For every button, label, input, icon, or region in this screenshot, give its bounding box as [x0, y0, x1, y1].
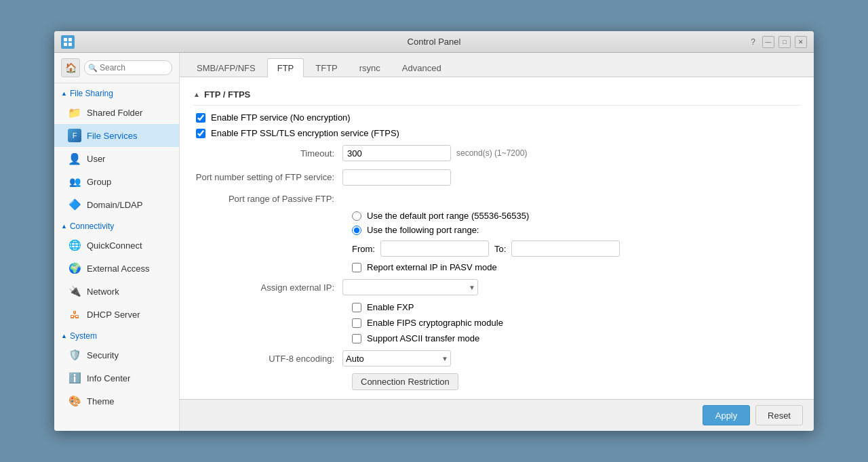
passive-ftp-label-row: Port range of Passive FTP: [193, 192, 800, 205]
enable-fips-label: Enable FIPS cryptographic module [367, 318, 503, 328]
ftp-port-label: Port number setting of FTP service: [193, 172, 342, 184]
enable-ftps-checkbox[interactable] [196, 129, 205, 138]
shared-folder-label: Shared Folder [87, 108, 142, 118]
file-sharing-label: File Sharing [70, 89, 113, 98]
info-center-label: Info Center [87, 373, 130, 383]
ftp-section-header[interactable]: ▲ FTP / FTPS [193, 84, 800, 106]
report-ip-row: Report external IP in PASV mode [193, 262, 800, 272]
network-icon: 🔌 [68, 285, 81, 298]
reset-button[interactable]: Reset [755, 405, 803, 425]
radio-custom-label: Use the following port range: [367, 225, 479, 235]
sidebar-item-quickconnect[interactable]: 🌐 QuickConnect [54, 234, 179, 257]
tab-smb-afp-nfs[interactable]: SMB/AFP/NFS [186, 58, 266, 77]
sidebar-item-file-services[interactable]: F File Services [54, 124, 179, 147]
from-port-input[interactable] [380, 240, 489, 257]
ftp-section-title: FTP / FTPS [204, 89, 250, 100]
from-label: From: [352, 244, 375, 254]
connection-restriction-wrapper: Connection Restriction [193, 373, 800, 390]
enable-fxp-row: Enable FXP [193, 302, 800, 312]
svg-rect-3 [68, 43, 72, 46]
svg-rect-0 [64, 38, 67, 41]
tab-ftp[interactable]: FTP [267, 58, 304, 77]
report-ip-checkbox[interactable] [352, 263, 361, 272]
home-button[interactable]: 🏠 [61, 58, 80, 77]
utf8-row: UTF-8 encoding: Auto On Off ▼ [193, 349, 800, 368]
quickconnect-label: QuickConnect [87, 240, 142, 251]
group-icon: 👥 [68, 175, 81, 188]
apply-button[interactable]: Apply [703, 405, 750, 425]
utf8-select-wrapper: Auto On Off ▼ [342, 350, 451, 366]
maximize-button[interactable]: □ [778, 36, 791, 48]
section-connectivity[interactable]: ▲ Connectivity [54, 216, 179, 234]
ftp-section: ▲ FTP / FTPS Enable FTP service (No encr… [180, 77, 814, 399]
ftp-port-input[interactable] [342, 169, 451, 186]
footer-bar: Apply Reset [180, 399, 814, 431]
enable-ftps-label: Enable FTP SSL/TLS encryption service (F… [211, 128, 399, 138]
assign-ip-label: Assign external IP: [193, 282, 342, 293]
system-label: System [70, 331, 97, 341]
sidebar-item-dhcp-server[interactable]: 🖧 DHCP Server [54, 303, 179, 326]
sidebar-item-user[interactable]: 👤 User [54, 147, 179, 170]
dhcp-icon: 🖧 [68, 308, 81, 321]
info-icon: ℹ️ [68, 371, 81, 385]
ascii-mode-row: Support ASCII transfer mode [193, 333, 800, 343]
titlebar-controls: ? — □ ✕ [751, 36, 807, 48]
assign-ip-select[interactable] [342, 279, 478, 295]
sidebar-item-shared-folder[interactable]: 📁 Shared Folder [54, 101, 179, 124]
external-access-label: External Access [87, 264, 150, 274]
external-access-icon: 🌍 [68, 261, 81, 275]
sidebar-home: 🏠 🔍 [54, 53, 179, 83]
theme-label: Theme [87, 396, 114, 406]
sidebar-item-external-access[interactable]: 🌍 External Access [54, 257, 179, 280]
window-body: 🏠 🔍 ▲ File Sharing 📁 Shared Folder F [54, 53, 814, 431]
enable-fxp-checkbox[interactable] [352, 303, 361, 312]
radio-custom-row: Use the following port range: [352, 225, 800, 235]
utf8-label: UTF-8 encoding: [193, 354, 342, 364]
collapse-arrow-system: ▲ [61, 333, 67, 339]
close-button[interactable]: ✕ [795, 36, 807, 48]
timeout-label: Timeout: [193, 148, 342, 159]
sidebar-item-theme[interactable]: 🎨 Theme [54, 390, 179, 413]
file-services-label: File Services [87, 131, 137, 141]
sidebar-item-network[interactable]: 🔌 Network [54, 280, 179, 303]
ascii-mode-checkbox[interactable] [352, 334, 361, 343]
connection-restriction-button[interactable]: Connection Restriction [352, 373, 458, 390]
radio-custom-port[interactable] [352, 226, 361, 235]
domain-icon: 🔷 [68, 198, 81, 211]
tab-advanced[interactable]: Advanced [392, 58, 452, 77]
tab-tftp[interactable]: TFTP [305, 58, 348, 77]
security-icon: 🛡️ [68, 348, 81, 362]
svg-rect-1 [68, 38, 72, 41]
timeout-input[interactable] [342, 145, 451, 161]
content-area: ▲ FTP / FTPS Enable FTP service (No encr… [180, 77, 814, 399]
help-icon[interactable]: ? [751, 37, 755, 47]
section-system[interactable]: ▲ System [54, 326, 179, 343]
tab-rsync[interactable]: rsync [349, 58, 391, 77]
radio-default-port[interactable] [352, 211, 361, 221]
ftp-collapse-icon: ▲ [193, 91, 200, 98]
sidebar-item-security[interactable]: 🛡️ Security [54, 343, 179, 366]
control-panel-window: Control Panel ? — □ ✕ 🏠 🔍 ▲ File Sharing [54, 31, 814, 431]
domain-ldap-label: Domain/LDAP [87, 200, 142, 210]
theme-icon: 🎨 [68, 394, 81, 408]
enable-fxp-label: Enable FXP [367, 302, 414, 312]
enable-ftp-checkbox[interactable] [196, 113, 205, 123]
sidebar-item-domain-ldap[interactable]: 🔷 Domain/LDAP [54, 193, 179, 216]
search-box: 🔍 [84, 60, 172, 75]
enable-fips-checkbox[interactable] [352, 318, 361, 328]
sidebar-item-info-center[interactable]: ℹ️ Info Center [54, 366, 179, 390]
section-file-sharing[interactable]: ▲ File Sharing [54, 83, 179, 101]
minimize-button[interactable]: — [762, 36, 774, 48]
to-port-input[interactable] [511, 240, 620, 257]
passive-ftp-label: Port range of Passive FTP: [193, 194, 342, 204]
collapse-arrow-file-sharing: ▲ [61, 90, 67, 97]
enable-ftp-label: Enable FTP service (No encryption) [211, 112, 351, 123]
sidebar-item-group[interactable]: 👥 Group [54, 170, 179, 193]
assign-ip-row: Assign external IP: ▼ [193, 278, 800, 297]
assign-ip-select-wrapper: ▼ [342, 279, 478, 295]
ascii-mode-label: Support ASCII transfer mode [367, 333, 479, 343]
to-label: To: [494, 244, 506, 254]
folder-icon: 📁 [68, 106, 81, 119]
utf8-select[interactable]: Auto On Off [342, 350, 451, 366]
timeout-hint: second(s) (1~7200) [456, 148, 527, 158]
